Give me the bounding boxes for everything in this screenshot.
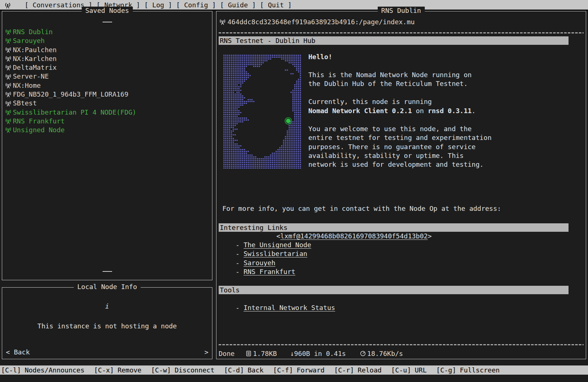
shortcut-label: Nodes/Announces [25, 366, 85, 374]
paragraph-line: availability, stability or uptime. This [308, 151, 514, 160]
list-item[interactable]: NX:Home [5, 81, 209, 90]
paragraph-line: the Dublin Hub of the Reticulum Testnet. [308, 79, 514, 88]
shortcut-url: [C-u]URL [391, 366, 427, 374]
info-glyph: i [2, 302, 212, 310]
antenna-icon [5, 109, 11, 115]
menu-item-guide[interactable]: [ Guide ] [220, 1, 256, 9]
text-segment: on [412, 107, 428, 115]
shortcut-label: URL [415, 366, 427, 374]
blank-line [308, 115, 514, 124]
shortcut-key: [C-d] [224, 366, 244, 374]
shortcut-key: [C-x] [94, 366, 114, 374]
shortcut-key: [C-u] [391, 366, 411, 374]
menu-item-log[interactable]: [ Log ] [144, 1, 172, 9]
status-size: 1.78KB [253, 350, 277, 357]
antenna-icon [5, 47, 11, 53]
shortcut-key: [C-r] [334, 366, 354, 374]
tool-item[interactable]: - Internal Network Status [219, 303, 335, 312]
lxmf-address-link[interactable]: lxmf@14299468b08261697083940f54d13b02 [280, 232, 428, 240]
page-link[interactable]: RNS Frankfurt [244, 268, 295, 275]
list-item[interactable]: RNS Frankfurt [5, 117, 209, 126]
list-item[interactable]: Swisslibertarian PI 4 NODE(FDG) [5, 108, 209, 117]
text-segment: Nomad Network Client 0.2.1 [308, 107, 412, 115]
back-button[interactable]: < Back > [2, 348, 212, 357]
shortcut-key: [C-l] [1, 366, 21, 374]
list-item[interactable]: Server-NE [5, 72, 209, 81]
link-item[interactable]: - The Unsigned Node [219, 241, 311, 249]
address-suffix: > [428, 232, 432, 240]
page-link[interactable]: Internal Network Status [244, 304, 335, 311]
link-item[interactable]: - Sarouyeh [219, 259, 311, 267]
list-item[interactable]: RNS Dublin [5, 28, 209, 36]
gauge-icon [360, 350, 366, 357]
list-item[interactable]: NX:Paulchen [5, 46, 209, 54]
shortcut-key: [C-w] [151, 366, 171, 374]
status-state: Done [219, 350, 234, 357]
page-link[interactable]: The Unsigned Node [244, 241, 311, 249]
shortcut-key: [C-f] [273, 366, 293, 374]
shortcut-bar: [C-l]Nodes/Announces[C-x]Remove[C-w]Disc… [0, 365, 588, 375]
list-item[interactable]: SBtest [5, 99, 209, 108]
node-host-message: This instance is not hosting a node [2, 322, 212, 330]
page-header-bar: RNS Testnet - Dublin Hub [219, 36, 569, 45]
blank-line [308, 89, 514, 97]
antenna-icon [5, 83, 11, 89]
announce-icon [4, 1, 12, 9]
back-button-arrow[interactable]: > [204, 348, 208, 357]
node-label: DeltaMatrix [13, 63, 57, 72]
text-segment: rnsd 0.3.11 [428, 107, 472, 115]
shortcut-label: Back [248, 366, 263, 374]
node-label: Unsigned Node [13, 126, 65, 134]
node-label: FDG_NB520_1_964b3_FFM_LORA169 [13, 90, 128, 99]
paragraph-line: network is used for development and test… [308, 160, 514, 169]
menu-item-quit[interactable]: [ Quit ] [260, 1, 292, 9]
shortcut-fullscreen: [C-g]Fullscreen [436, 366, 500, 374]
page-link[interactable]: Swisslibertarian [244, 250, 307, 257]
antenna-icon [5, 127, 11, 133]
address-prefix: < [276, 232, 280, 240]
menu-item-config[interactable]: [ Config ] [176, 1, 216, 9]
node-label: RNS Dublin [13, 28, 53, 36]
saved-nodes-title: Saved Nodes [82, 7, 133, 14]
node-list: RNS Dublin Sarouyeh NX:Paulchen NX:Karlc… [5, 28, 209, 135]
shortcut-forward: [C-f]Forward [273, 366, 325, 374]
tools-header-bar: Tools [219, 286, 569, 294]
shortcut-disconnect: [C-w]Disconnect [151, 366, 215, 374]
antenna-icon [5, 101, 11, 107]
links-header-bar: Interesting Links [219, 223, 569, 232]
shortcut-key: [C-g] [436, 366, 456, 374]
storage-icon [245, 350, 252, 357]
local-node-info-panel: Local Node Info i This instance is not h… [2, 287, 212, 359]
list-item[interactable]: FDG_NB520_1_964b3_FFM_LORA169 [5, 90, 209, 99]
list-item[interactable]: NX:Karlchen [5, 54, 209, 63]
list-item[interactable]: Sarouyeh [5, 36, 209, 45]
page-link[interactable]: Sarouyeh [244, 259, 276, 267]
link-dash: - [236, 241, 244, 249]
divider [219, 32, 584, 33]
paragraph-line: Currently, this node is running [308, 97, 514, 106]
local-node-info-title: Local Node Info [74, 283, 141, 291]
shortcut-label: Disconnect [175, 366, 214, 374]
list-scroll-indicator-bottom [103, 271, 112, 272]
link-item[interactable]: - RNS Frankfurt [219, 267, 311, 276]
shortcut-label: Remove [118, 366, 141, 374]
map-marker [286, 119, 290, 123]
list-item[interactable]: Unsigned Node [5, 126, 209, 134]
contact-line: For more info, you can get in contact wi… [222, 204, 501, 213]
node-label: Server-NE [13, 72, 49, 81]
link-item[interactable]: - Swisslibertarian [219, 249, 311, 258]
paragraph-line: You are welcome to use this node, and th… [308, 125, 514, 133]
browser-title: RNS Dublin [377, 7, 424, 14]
paragraph-line: This is the Nomad Network Node running o… [308, 71, 514, 79]
link-list: - The Unsigned Node- Swisslibertarian- S… [219, 241, 311, 277]
page-url: 464ddc8cd323648ef919a638923b4916:/page/i… [227, 18, 415, 26]
shortcut-label: Fullscreen [460, 366, 499, 374]
antenna-icon [5, 56, 11, 62]
back-button-label[interactable]: < Back [6, 348, 30, 357]
link-dash: - [236, 304, 244, 311]
page-body-text: Hello! This is the Nomad Network Node ru… [308, 53, 514, 169]
saved-nodes-panel: Saved Nodes RNS Dublin Sarouyeh NX:Paulc… [2, 11, 212, 280]
node-label: RNS Frankfurt [13, 117, 65, 126]
browser-panel: RNS Dublin 464ddc8cd323648ef919a638923b4… [216, 11, 586, 359]
list-item[interactable]: DeltaMatrix [5, 63, 209, 72]
